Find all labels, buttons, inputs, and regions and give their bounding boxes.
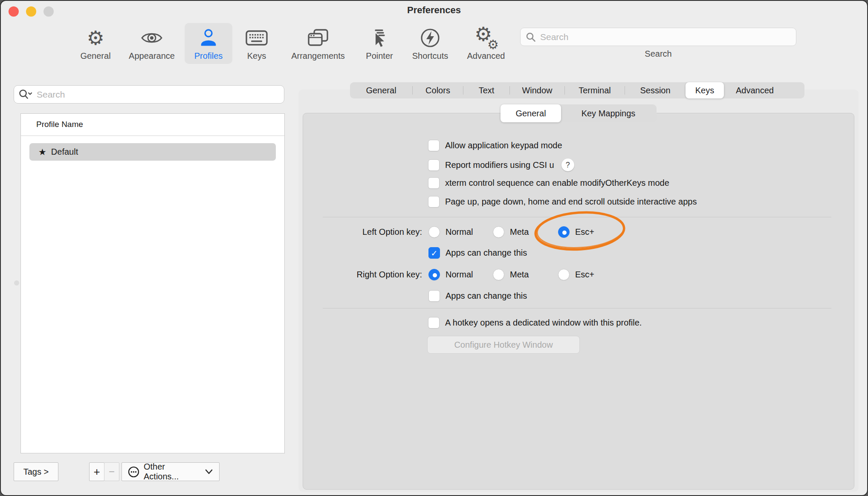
tab-text[interactable]: Text	[463, 82, 509, 98]
checkbox-label: Apps can change this	[446, 248, 527, 258]
tab-session[interactable]: Session	[625, 82, 686, 98]
profile-tab-bar: General Colors Text Window Terminal Sess…	[350, 82, 804, 98]
tab-window[interactable]: Window	[510, 82, 564, 98]
toolbar-search-field[interactable]	[520, 28, 796, 46]
radio-right-meta[interactable]	[493, 269, 504, 280]
checkbox-left-apps-can-change[interactable]: ✓	[428, 247, 440, 259]
checkbox-right-apps-can-change[interactable]: ✓	[428, 290, 440, 302]
profile-search-input[interactable]	[37, 89, 280, 100]
minus-icon: −	[109, 466, 115, 478]
tab-terminal[interactable]: Terminal	[565, 82, 625, 98]
right-option-key-label: Right Option key:	[316, 270, 422, 280]
checkbox-label: Allow application keypad mode	[445, 141, 562, 150]
checkbox-row: ✓ Page up, page down, home and end scrol…	[428, 196, 697, 208]
toolbar-item-profiles[interactable]: Profiles	[185, 23, 232, 64]
toolbar-search-input[interactable]	[540, 32, 791, 42]
profile-name: Default	[51, 147, 78, 157]
toolbar-item-label: Appearance	[129, 50, 175, 61]
remove-profile-button[interactable]: −	[104, 462, 119, 481]
checkbox-row: ✓ A hotkey opens a dedicated window with…	[428, 317, 642, 329]
checkbox-modify-other-keys[interactable]: ✓	[428, 177, 440, 189]
checkbox-row: ✓ Apps can change this	[428, 247, 527, 259]
toolbar-item-general[interactable]: ⚙ General	[66, 23, 125, 64]
radio-left-normal[interactable]	[428, 226, 440, 238]
checkbox-row: ✓ xterm control sequence can enable modi…	[428, 177, 669, 189]
star-icon: ★	[38, 147, 46, 157]
profile-list: Profile Name ★ Default	[20, 113, 285, 453]
checkbox-row: ✓ Report modifiers using CSI u ?	[428, 159, 574, 171]
checkbox-label: Report modifiers using CSI u	[445, 160, 554, 170]
cursor-icon	[370, 26, 389, 50]
bolt-icon	[420, 26, 440, 50]
radio-right-normal[interactable]	[428, 269, 440, 280]
tab-colors[interactable]: Colors	[413, 82, 463, 98]
eye-icon	[141, 26, 163, 50]
ellipsis-circle-icon	[128, 466, 139, 478]
toolbar-item-label: Profiles	[194, 50, 223, 61]
section-divider	[323, 217, 831, 217]
toolbar-item-keys[interactable]: Keys	[231, 23, 282, 64]
checkbox-csi-u[interactable]: ✓	[428, 159, 440, 171]
button-label: Configure Hotkey Window	[454, 340, 553, 350]
add-profile-button[interactable]: +	[89, 462, 104, 481]
checkmark-icon: ✓	[431, 248, 438, 258]
radio-label: Meta	[510, 227, 529, 237]
left-option-key-label: Left Option key:	[316, 227, 422, 237]
divider-dot	[14, 280, 19, 285]
checkbox-label: Apps can change this	[446, 291, 527, 301]
checkbox-row: ✓ Apps can change this	[428, 290, 527, 302]
plus-icon: +	[93, 465, 100, 479]
checkbox-hotkey-window[interactable]: ✓	[428, 317, 440, 329]
subtab-key-mappings[interactable]: Key Mappings	[561, 104, 656, 122]
toolbar-item-label: Shortcuts	[412, 50, 448, 61]
help-button[interactable]: ?	[561, 159, 574, 171]
radio-left-meta-group: Meta	[493, 226, 529, 238]
toolbar-item-appearance[interactable]: Appearance	[122, 23, 182, 64]
tags-button[interactable]: Tags >	[14, 462, 58, 481]
profile-list-header: Profile Name	[36, 120, 83, 129]
configure-hotkey-window-button[interactable]: Configure Hotkey Window	[427, 336, 580, 354]
radio-right-esc-group: Esc+	[558, 269, 594, 280]
other-actions-dropdown[interactable]: Other Actions...	[122, 462, 220, 481]
profile-search-field[interactable]	[14, 85, 284, 104]
checkbox-label: Page up, page down, home and end scroll …	[445, 197, 697, 207]
gear-icon: ⚙	[87, 26, 104, 50]
other-actions-label: Other Actions...	[144, 462, 200, 482]
radio-left-esc[interactable]	[558, 226, 570, 238]
toolbar-item-label: Keys	[247, 50, 266, 61]
checkbox-label: A hotkey opens a dedicated window with t…	[445, 318, 642, 328]
radio-label: Esc+	[575, 270, 594, 280]
keys-general-panel	[303, 113, 854, 490]
toolbar-item-advanced[interactable]: ⚙ ⚙ Advanced	[456, 23, 516, 64]
keys-subtab-bar: General Key Mappings	[501, 104, 657, 122]
toolbar-item-label: Advanced	[467, 50, 505, 61]
preferences-window: Preferences ⚙ General Appearance Profile…	[0, 0, 868, 496]
keyboard-icon	[246, 26, 268, 50]
radio-label: Meta	[510, 270, 529, 280]
tags-button-label: Tags >	[23, 467, 49, 477]
windows-icon	[307, 26, 329, 50]
radio-right-esc[interactable]	[558, 269, 570, 280]
tab-keys[interactable]: Keys	[686, 82, 724, 98]
window-title: Preferences	[1, 5, 867, 16]
checkbox-label: xterm control sequence can enable modify…	[445, 178, 669, 188]
profile-row-default[interactable]: ★ Default	[29, 143, 276, 161]
section-divider	[323, 308, 831, 309]
radio-left-meta[interactable]	[493, 226, 504, 238]
subtab-general[interactable]: General	[501, 104, 561, 122]
radio-right-meta-group: Meta	[493, 269, 529, 280]
tab-advanced[interactable]: Advanced	[724, 82, 786, 98]
toolbar-item-arrangements[interactable]: Arrangements	[284, 23, 352, 64]
radio-label: Normal	[446, 270, 473, 280]
checkbox-allow-keypad[interactable]: ✓	[428, 140, 440, 151]
radio-left-normal-group: Normal	[428, 226, 473, 238]
radio-left-esc-group: Esc+	[558, 226, 594, 238]
checkbox-page-scroll[interactable]: ✓	[428, 196, 440, 208]
radio-label: Normal	[446, 227, 473, 237]
toolbar-item-label: Pointer	[366, 50, 393, 61]
tab-general[interactable]: General	[350, 82, 412, 98]
gears-icon: ⚙ ⚙	[471, 26, 501, 50]
search-icon	[526, 32, 536, 42]
toolbar-item-shortcuts[interactable]: Shortcuts	[400, 23, 460, 64]
toolbar-item-label: General	[80, 50, 110, 61]
